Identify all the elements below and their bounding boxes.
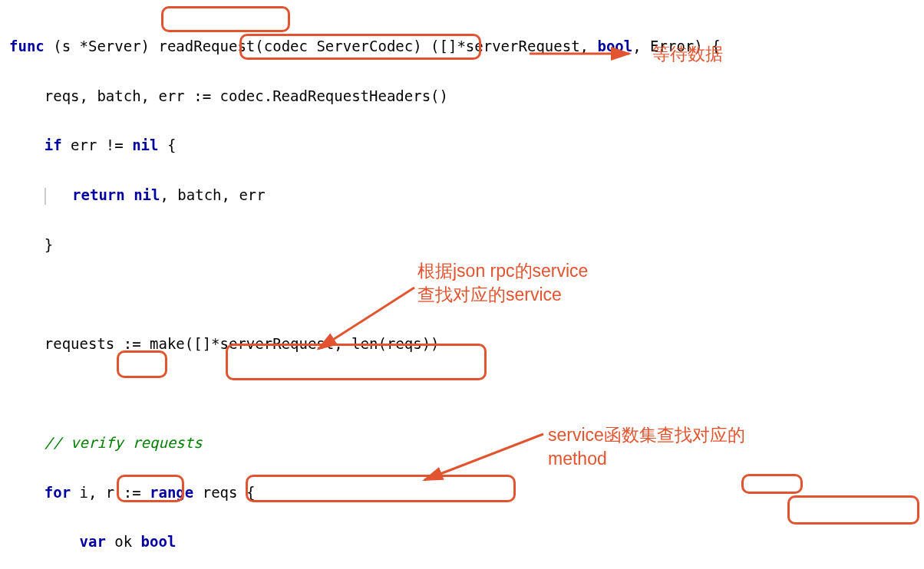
code-line: return nil, batch, err bbox=[9, 183, 924, 207]
code-line: var ok bool bbox=[9, 529, 924, 554]
code-line bbox=[9, 380, 924, 405]
code-line: // verify requests bbox=[9, 430, 924, 455]
code-line: requests := make([]*serverRequest, len(r… bbox=[9, 331, 924, 356]
code-line: reqs, batch, err := codec.ReadRequestHea… bbox=[9, 84, 924, 108]
annotation-find-method: service函数集查找对应的 method bbox=[548, 423, 745, 471]
code-line: if err != nil { bbox=[9, 133, 924, 157]
annotation-find-service: 根据json rpc的service 查找对应的service bbox=[417, 259, 588, 307]
code-line: } bbox=[9, 232, 924, 257]
annotation-wait-data: 等待数据 bbox=[652, 42, 723, 66]
code-line: func (s *Server) readRequest(codec Serve… bbox=[9, 34, 924, 58]
code-line: for i, r := range reqs { bbox=[9, 480, 924, 505]
